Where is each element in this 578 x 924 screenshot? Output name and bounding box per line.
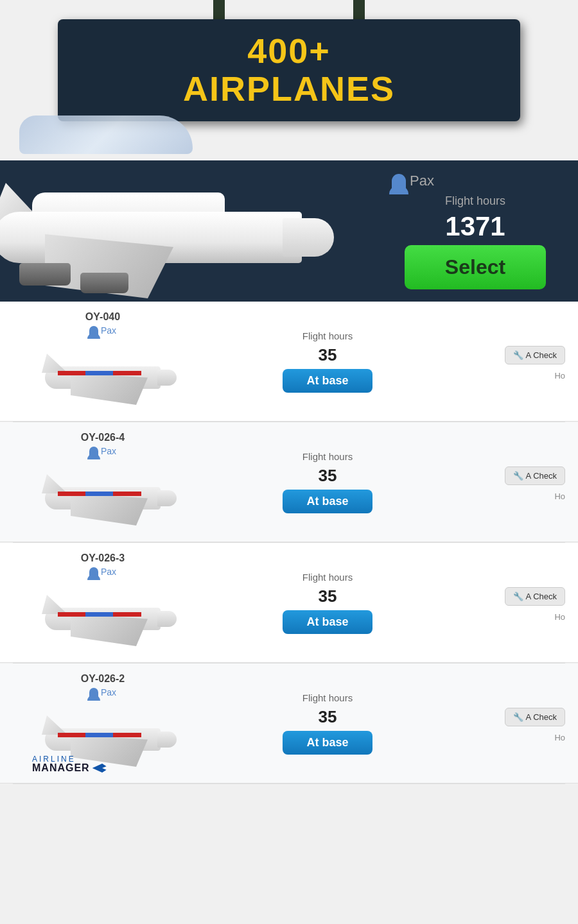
small-person-icon-3 xyxy=(89,688,98,697)
status-btn-0[interactable]: At base xyxy=(283,369,372,393)
check-btn-2[interactable]: 🔧 A Check xyxy=(505,587,565,606)
plane-id-3: OY-026-2 xyxy=(81,673,125,685)
plane-thumbnail-0 xyxy=(32,347,173,411)
flight-hours-label-3: Flight hours xyxy=(302,692,353,703)
plane-type-badge-1: Pax xyxy=(89,446,116,456)
logo-plane-icon xyxy=(92,764,107,773)
flight-hours-label-0: Flight hours xyxy=(302,330,353,341)
status-btn-1[interactable]: At base xyxy=(283,490,372,513)
small-plane-wing-0 xyxy=(71,373,148,405)
plane-thumbnail-2 xyxy=(32,588,173,653)
plane-item-right-1: 🔧 A Check Ho xyxy=(462,463,565,501)
check-btn-0[interactable]: 🔧 A Check xyxy=(505,346,565,364)
small-plane-wing-2 xyxy=(71,614,148,646)
selected-plane-card: Pax Flight hours 1371 Select xyxy=(0,160,578,302)
hero-plane-thumbnail xyxy=(19,116,193,154)
big-plane-illustration xyxy=(0,173,340,302)
airline-manager-logo: AIRLINE MANAGER xyxy=(32,755,107,773)
status-btn-3[interactable]: At base xyxy=(283,731,372,755)
plane-type-badge-3: Pax xyxy=(89,687,116,697)
plane-item-left-1: OY-026-4 Pax xyxy=(13,432,193,532)
wrench-icon-1: 🔧 xyxy=(513,471,523,481)
selected-pax-label: Pax xyxy=(410,173,434,189)
plane-list-item: OY-040 Pax Flight hours 35 At base 🔧 A xyxy=(0,302,578,422)
hours-right-3: Ho xyxy=(554,733,565,742)
plane-item-center-3: Flight hours 35 At base xyxy=(193,692,462,755)
plane-type-label-1: Pax xyxy=(101,446,116,456)
select-button[interactable]: Select xyxy=(405,245,546,289)
flight-hours-value-0: 35 xyxy=(319,345,337,365)
small-person-icon-2 xyxy=(89,567,98,576)
wrench-icon-2: 🔧 xyxy=(513,592,523,601)
flight-hours-value-2: 35 xyxy=(319,586,337,606)
plane-item-center-1: Flight hours 35 At base xyxy=(193,451,462,513)
small-plane-tail-2 xyxy=(42,595,67,614)
hours-right-0: Ho xyxy=(554,371,565,381)
check-label-3: A Check xyxy=(526,712,557,722)
selected-plane-pax: Pax xyxy=(392,173,434,189)
small-plane-nose-1 xyxy=(157,490,177,506)
airline-logo-line2: MANAGER xyxy=(32,763,107,773)
small-plane-nose-2 xyxy=(157,611,177,627)
small-plane-wing-1 xyxy=(71,493,148,526)
plane-engine-2 xyxy=(80,273,128,293)
check-btn-3[interactable]: 🔧 A Check xyxy=(505,708,565,726)
small-plane-stripes2-0 xyxy=(58,373,141,375)
check-btn-1[interactable]: 🔧 A Check xyxy=(505,466,565,485)
small-plane-tail-3 xyxy=(42,715,67,735)
flight-hours-value-1: 35 xyxy=(319,466,337,486)
person-icon xyxy=(392,174,406,188)
plane-list: OY-040 Pax Flight hours 35 At base 🔧 A xyxy=(0,302,578,784)
plane-nose xyxy=(283,218,334,257)
check-label-0: A Check xyxy=(526,350,557,360)
plane-type-label-3: Pax xyxy=(101,687,116,697)
small-person-icon-0 xyxy=(89,326,98,335)
banner-title-400: 400+ xyxy=(83,32,495,70)
small-plane-tail-0 xyxy=(42,354,67,373)
status-btn-2[interactable]: At base xyxy=(283,610,372,634)
plane-engine-1 xyxy=(19,263,71,286)
separator-3 xyxy=(13,783,565,784)
plane-thumbnail-1 xyxy=(32,468,173,532)
plane-item-center-0: Flight hours 35 At base xyxy=(193,330,462,393)
flight-hours-label-1: Flight hours xyxy=(302,451,353,462)
plane-list-item-1: OY-026-4 Pax Flight hours 35 At base 🔧 xyxy=(0,422,578,542)
plane-thumbnail-3: AIRLINE MANAGER xyxy=(32,709,173,773)
small-plane-nose-3 xyxy=(157,732,177,748)
selected-plane-info: Pax Flight hours 1371 Select xyxy=(385,160,565,302)
selected-flight-hours-value: 1371 xyxy=(445,213,505,240)
selected-plane-image xyxy=(0,160,372,302)
check-label-2: A Check xyxy=(526,592,557,601)
wrench-icon-3: 🔧 xyxy=(513,712,523,722)
plane-type-label-0: Pax xyxy=(101,325,116,336)
wrench-icon-0: 🔧 xyxy=(513,350,523,360)
small-plane-stripes2-1 xyxy=(58,494,141,496)
plane-id-2: OY-026-3 xyxy=(81,552,125,564)
hours-right-1: Ho xyxy=(554,492,565,501)
flight-hours-value-3: 35 xyxy=(319,707,337,727)
flight-hours-label-2: Flight hours xyxy=(302,572,353,583)
plane-type-badge-2: Pax xyxy=(89,567,116,577)
plane-type-label-2: Pax xyxy=(101,567,116,577)
banner-box: 400+ AIRPLANES xyxy=(58,19,520,121)
banner-title-airplanes: AIRPLANES xyxy=(83,70,495,108)
plane-id-1: OY-026-4 xyxy=(81,432,125,443)
plane-id-0: OY-040 xyxy=(85,311,120,323)
plane-item-left-2: OY-026-3 Pax xyxy=(13,552,193,653)
hours-right-2: Ho xyxy=(554,612,565,622)
plane-type-badge-0: Pax xyxy=(89,325,116,336)
small-plane-stripes2-3 xyxy=(58,735,141,737)
plane-item-right-0: 🔧 A Check Ho xyxy=(462,343,565,381)
plane-list-item-2: OY-026-3 Pax Flight hours 35 At base 🔧 xyxy=(0,543,578,663)
selected-flight-hours-label: Flight hours xyxy=(445,194,505,208)
plane-item-right-3: 🔧 A Check Ho xyxy=(462,705,565,742)
plane-list-item-3: OY-026-2 Pax AIRLINE MANAGER xyxy=(0,663,578,783)
plane-item-left-0: OY-040 Pax xyxy=(13,311,193,411)
plane-item-left-3: OY-026-2 Pax AIRLINE MANAGER xyxy=(13,673,193,773)
check-label-1: A Check xyxy=(526,471,557,481)
small-plane-tail-1 xyxy=(42,474,67,493)
small-person-icon-1 xyxy=(89,447,98,456)
small-plane-nose-0 xyxy=(157,370,177,386)
plane-item-center-2: Flight hours 35 At base xyxy=(193,572,462,634)
small-plane-stripes2-2 xyxy=(58,615,141,617)
